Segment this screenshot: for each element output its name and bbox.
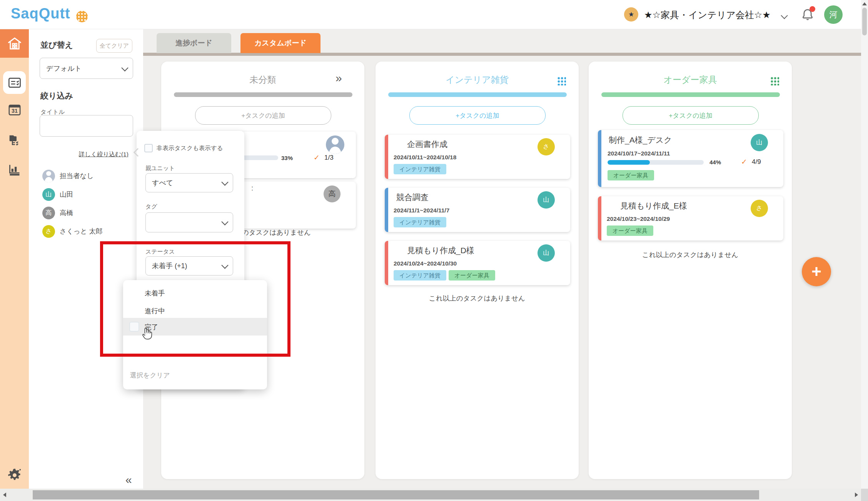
assignee-name: さくっと 太郎: [60, 227, 103, 236]
task-title: 見積もり作成_E様: [620, 200, 687, 211]
column-title: オーダー家具: [663, 74, 717, 86]
chevron-down-icon: [121, 64, 128, 71]
app-logo[interactable]: SaqQutt: [11, 5, 70, 22]
tab-custom-board[interactable]: カスタムボード: [240, 33, 320, 53]
bar-chart-icon: [7, 162, 22, 177]
clear-all-button[interactable]: 全てクリア: [96, 39, 132, 53]
tab-progress-board[interactable]: 進捗ボード: [157, 33, 231, 53]
nav-board-selected[interactable]: [3, 71, 26, 94]
add-task-button[interactable]: +タスクの追加: [409, 106, 546, 125]
workspace-name[interactable]: ★☆家具・インテリア会社☆★: [644, 9, 771, 21]
workspace-chevron-down-icon[interactable]: [781, 12, 788, 19]
parent-unit-label: 親ユニット: [145, 165, 175, 172]
tag-badge: インテリア雑貨: [394, 270, 446, 281]
task-date: 2024/10/23~2024/10/29: [607, 215, 670, 222]
hand-cursor: [140, 326, 154, 342]
avatar: 山: [751, 134, 768, 151]
card-status-bar: [598, 196, 601, 240]
add-task-button[interactable]: +タスクの追加: [195, 106, 331, 125]
assignee-row-sakutto[interactable]: さ さくっと 太郎: [42, 225, 135, 238]
nav-calendar[interactable]: 31: [0, 98, 29, 121]
task-list-icon: [7, 75, 22, 90]
avatar: さ: [751, 200, 768, 217]
column-menu-grid-icon[interactable]: [770, 76, 779, 85]
task-date: 2024/10/11~2024/10/18: [394, 154, 456, 161]
vertical-scroll-thumb[interactable]: [862, 8, 867, 35]
clear-selection-button[interactable]: 選択をクリア: [130, 371, 170, 380]
tag-badge: インテリア雑貨: [394, 164, 446, 174]
assignee-name: 担当者なし: [60, 171, 93, 180]
task-title: 競合調査: [396, 192, 429, 203]
user-avatar[interactable]: 河: [824, 5, 843, 24]
assignee-name: 山田: [60, 190, 73, 199]
avatar: 山: [537, 191, 555, 209]
avatar: 山: [537, 244, 555, 262]
add-task-button[interactable]: +タスクの追加: [623, 106, 759, 125]
task-card[interactable]: 制作_A様_デスク 山 2024/10/17~2024/11/11 44% ✓ …: [598, 130, 783, 187]
task-card[interactable]: 企画書作成 さ 2024/10/11~2024/10/18 インテリア雑貨: [385, 135, 570, 179]
scroll-right-arrow[interactable]: [855, 493, 858, 497]
calendar-icon: 31: [7, 102, 22, 117]
card-status-bar: [385, 241, 388, 285]
check-icon: ✓: [314, 153, 320, 162]
top-header: SaqQutt ★ ★☆家具・インテリア会社☆★ 河: [0, 0, 868, 29]
task-date: 2024/11/1~2024/11/7: [394, 207, 449, 214]
person-icon: [326, 135, 344, 154]
task-card[interactable]: 見積もり作成_E様 さ 2024/10/23~2024/10/29 オーダー家具: [598, 196, 783, 240]
assignee-row-none[interactable]: 担当者なし: [42, 169, 135, 182]
nav-settings[interactable]: [0, 464, 29, 487]
scroll-up-arrow[interactable]: [862, 2, 867, 5]
nav-unit-tree[interactable]: [0, 128, 29, 151]
sort-select[interactable]: デフォルト: [40, 58, 133, 79]
vertical-scrollbar[interactable]: [861, 0, 868, 501]
column-menu-grid-icon[interactable]: [557, 76, 566, 85]
task-date: 2024/10/17~2024/11/11: [608, 150, 670, 157]
logo-dot-icon: [76, 11, 88, 22]
gear-icon: [7, 468, 22, 483]
assignee-name: 高橋: [60, 208, 73, 217]
task-progress-track: [608, 160, 704, 165]
horizontal-scroll-thumb[interactable]: [33, 490, 759, 499]
column-progress-bar: [174, 92, 352, 97]
column-collapse-icon[interactable]: »: [336, 72, 342, 84]
add-fab-button[interactable]: +: [802, 257, 831, 286]
card-status-bar: [385, 135, 388, 179]
tag-select[interactable]: [145, 212, 233, 232]
column-title: 未分類: [250, 74, 276, 86]
column-progress-bar: [388, 92, 567, 97]
title-filter-input[interactable]: [40, 115, 133, 137]
show-hidden-checkbox[interactable]: [144, 144, 153, 152]
card-status-bar: [598, 130, 601, 187]
sort-select-value: デフォルト: [46, 64, 82, 73]
task-title: 企画書作成: [407, 139, 447, 150]
nav-home[interactable]: [0, 29, 29, 58]
sort-label: 並び替え: [40, 40, 73, 50]
no-more-tasks-text: これ以上のタスクはありません: [642, 250, 738, 259]
column-title: インテリア雑貨: [446, 74, 509, 86]
parent-unit-value: すべて: [152, 178, 173, 187]
tag-badge: オーダー家具: [607, 225, 653, 236]
notification-badge: [810, 6, 815, 12]
assignee-row-yamada[interactable]: 山 山田: [42, 188, 135, 201]
task-card[interactable]: 見積もり作成_D様 山 2024/10/24~2024/10/30 インテリア雑…: [385, 241, 570, 285]
avatar: 山: [42, 188, 55, 201]
task-progress-fill: [608, 160, 650, 165]
assignee-row-takahashi[interactable]: 高 高橋: [42, 206, 135, 219]
task-checklist-count: 1/3: [324, 154, 334, 162]
svg-text:31: 31: [12, 108, 18, 114]
tab-divider: [143, 53, 861, 56]
scroll-left-arrow[interactable]: [3, 493, 6, 497]
filter-label: 絞り込み: [40, 90, 73, 101]
person-icon: [42, 170, 55, 182]
workspace-icon: ★: [624, 7, 638, 22]
tag-badge: インテリア雑貨: [394, 217, 446, 227]
show-hidden-label: 非表示タスクも表示する: [157, 144, 223, 152]
parent-unit-select[interactable]: すべて: [145, 173, 233, 192]
advanced-filter-link[interactable]: 詳しく絞り込む(1): [79, 150, 129, 159]
chevron-down-icon: [221, 179, 228, 185]
avatar: 高: [324, 185, 341, 202]
sidebar-collapse-icon[interactable]: «: [125, 474, 132, 486]
tag-filter-label: タグ: [145, 203, 157, 210]
task-card[interactable]: 競合調査 山 2024/11/1~2024/11/7 インテリア雑貨: [385, 188, 570, 232]
nav-report[interactable]: [0, 158, 29, 181]
